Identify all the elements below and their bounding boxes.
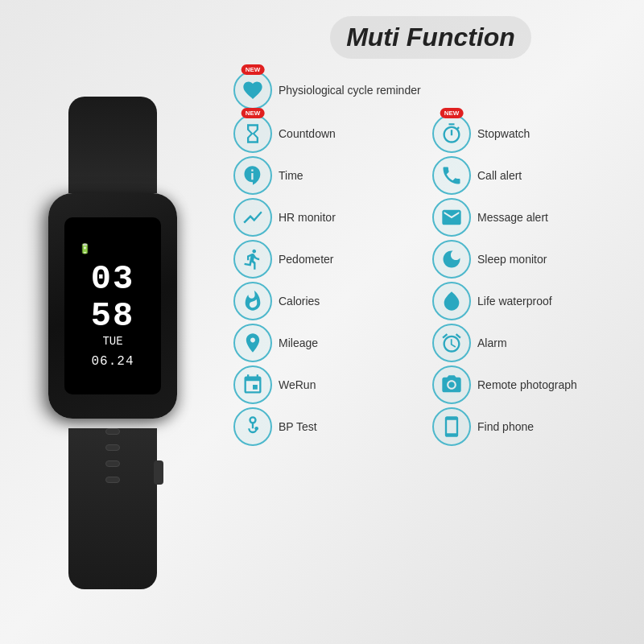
page-title: Muti Function [330,16,531,59]
band-hole-4 [105,477,120,483]
find-phone-icon [432,407,471,446]
watch-screen: 🔋 03 58 TUE 06.24 [64,217,161,394]
countdown-icon [233,114,272,153]
physiological-item: NEW Physiological cycle reminder [233,71,421,109]
alarm-icon [432,324,471,362]
message-svg-icon [440,206,463,229]
band-hole-3 [105,460,120,467]
waterproof-item: Life waterproof [432,282,628,320]
time-item: Time [233,156,429,195]
time-display: 03 58 [91,261,134,335]
find-phone-item: Find phone [432,407,628,446]
werun-svg-icon [242,374,264,396]
pedometer-icon-wrapper [233,240,272,279]
calories-label: Calories [279,295,320,308]
countdown-icon-wrapper: NEW [233,114,272,153]
physiological-icon [233,71,272,109]
svg-point-0 [250,417,256,423]
alarm-svg-icon [440,332,463,354]
watch-band-top [68,97,157,193]
message-alert-icon [432,198,471,237]
hourglass-icon [242,122,264,145]
pedometer-item: Pedometer [233,240,429,279]
page: 🔋 03 58 TUE 06.24 Muti Funct [0,0,644,644]
call-alert-item: Call alert [432,156,628,195]
stopwatch-svg-icon [440,122,463,145]
calories-icon-wrapper [233,282,272,320]
physiological-new-badge: NEW [242,64,265,75]
hours: 03 [91,260,134,299]
bp-test-item: BP Test [233,407,429,446]
moon-svg-icon [440,248,463,270]
hr-monitor-icon [233,198,272,237]
location-svg-icon [242,332,264,354]
werun-label: WeRun [279,378,316,391]
watch-section: 🔋 03 58 TUE 06.24 [0,0,225,644]
bp-test-icon-wrapper [233,407,272,446]
alarm-icon-wrapper [432,324,471,362]
mileage-icon [233,324,272,362]
band-button [154,460,163,485]
call-alert-label: Call alert [477,169,522,182]
werun-icon-wrapper [233,365,272,404]
band-hole-1 [105,428,120,435]
pedometer-label: Pedometer [279,253,333,266]
sleep-monitor-icon-wrapper [432,240,471,279]
waterproof-icon [432,282,471,320]
svg-point-1 [254,427,258,431]
call-svg-icon [440,164,463,187]
find-phone-icon-wrapper [432,407,471,446]
stethoscope-svg-icon [242,415,264,438]
day-display: TUE [102,335,122,348]
camera-svg-icon [440,374,463,396]
sleep-monitor-item: Sleep monitor [432,240,628,279]
call-alert-icon-wrapper [432,156,471,195]
time-svg-icon [242,164,264,187]
walk-svg-icon [242,248,264,270]
flame-svg-icon [242,290,264,312]
sleep-monitor-label: Sleep monitor [477,253,547,266]
stopwatch-label: Stopwatch [477,127,530,140]
find-phone-label: Find phone [477,420,534,433]
remote-photo-icon [432,365,471,404]
bp-test-icon [233,407,272,446]
drop-svg-icon [440,290,463,312]
date-display: 06.24 [91,354,134,369]
features-two-col: NEW Countdown NEW Stopwatch [233,114,628,446]
message-alert-label: Message alert [477,211,548,224]
watch-band-bottom [68,428,157,589]
stopwatch-new-badge: NEW [440,108,464,118]
bp-test-label: BP Test [279,420,317,433]
hr-monitor-item: HR monitor [233,198,429,237]
stopwatch-icon [432,114,471,153]
features-section: Muti Function NEW Physiological cycle re… [225,0,644,644]
physiological-row: NEW Physiological cycle reminder [233,71,628,109]
message-alert-item: Message alert [432,198,628,237]
watch-body: 🔋 03 58 TUE 06.24 [48,193,177,419]
time-label: Time [279,169,303,182]
sleep-monitor-icon [432,240,471,279]
werun-icon [233,365,272,404]
message-alert-icon-wrapper [432,198,471,237]
band-hole-2 [105,444,120,451]
time-icon [233,156,272,195]
remote-photo-item: Remote photograph [432,365,628,404]
alarm-item: Alarm [432,324,628,362]
watch-container: 🔋 03 58 TUE 06.24 [24,97,201,596]
hr-svg-icon [242,206,264,229]
pedometer-icon [233,240,272,279]
physiological-label: Physiological cycle reminder [279,84,421,97]
physiological-icon-wrapper: NEW [233,71,272,109]
waterproof-label: Life waterproof [477,295,552,308]
waterproof-icon-wrapper [432,282,471,320]
countdown-new-badge: NEW [242,108,265,118]
remote-photo-icon-wrapper [432,365,471,404]
mileage-item: Mileage [233,324,429,362]
remote-photo-label: Remote photograph [477,378,577,391]
call-alert-icon [432,156,471,195]
mileage-icon-wrapper [233,324,272,362]
alarm-label: Alarm [477,336,507,349]
time-icon-wrapper [233,156,272,195]
werun-item: WeRun [233,365,429,404]
features-grid: NEW Physiological cycle reminder [233,71,628,628]
